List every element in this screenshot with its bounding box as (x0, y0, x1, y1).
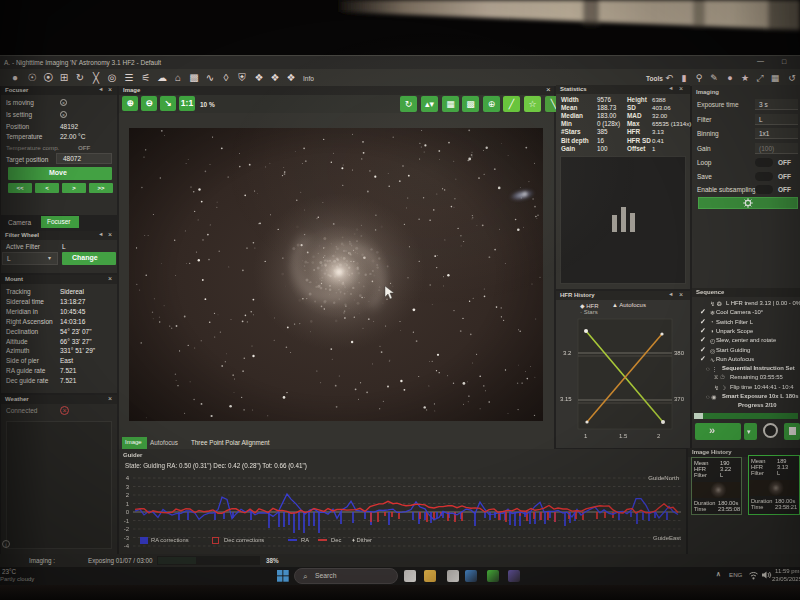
svg-text:2: 2 (126, 492, 130, 498)
svg-text:4: 4 (126, 475, 130, 481)
svg-text:3: 3 (126, 484, 130, 490)
svg-text:-2: -2 (124, 526, 130, 532)
svg-text:GuideEast: GuideEast (653, 535, 681, 541)
svg-text:GuideNorth: GuideNorth (648, 475, 679, 481)
svg-text:-3: -3 (124, 535, 130, 541)
svg-text:-4: -4 (124, 543, 130, 549)
svg-text:1: 1 (126, 501, 130, 507)
svg-text:-1: -1 (124, 518, 130, 524)
svg-text:0: 0 (126, 509, 130, 515)
